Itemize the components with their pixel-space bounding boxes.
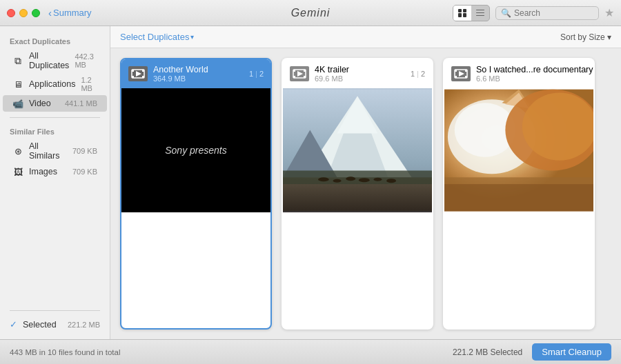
card-info-another-world: Another World 364.9 MB [153,65,244,83]
bottom-bar: 443 MB in 10 files found in total 221.2 … [0,339,621,364]
svg-rect-3 [132,76,134,78]
svg-rect-8 [304,70,306,72]
sidebar-item-video[interactable]: 📹 Video 441.1 MB [3,95,107,112]
duplicate-icon: ⧉ [12,55,23,66]
sidebar: Exact Duplicates ⧉ All Duplicates 442.3 … [0,26,110,339]
svg-rect-9 [293,76,295,78]
svg-point-20 [333,179,342,183]
exact-duplicates-label: Exact Duplicates [0,33,110,48]
svg-marker-30 [459,71,464,77]
grid-icon [458,9,466,17]
card-preview-4k-trailer [283,88,432,212]
cat-svg [444,88,593,212]
card-title-4k-trailer: 4K trailer [315,65,405,74]
sidebar-item-images[interactable]: 🖼 Images 709 KB [3,163,107,180]
app-icon: 🖥 [12,79,23,90]
select-duplicates-label: Select Duplicates [120,32,189,42]
sidebar-all-duplicates-size: 442.3 MB [75,52,97,69]
film-icon-3 [454,68,468,79]
card-info-documentary: So I watched...re documentary 6.6 MB [476,65,593,83]
selected-info: 221.2 MB Selected [453,347,522,357]
sidebar-video-label: Video [29,99,59,108]
card-size-documentary: 6.6 MB [476,74,593,83]
sidebar-images-label: Images [29,167,67,176]
badge-left-another-world: 1 [249,70,253,78]
badge-left-4k-trailer: 1 [411,70,415,78]
sidebar-video-size: 441.1 MB [65,99,97,108]
svg-marker-5 [136,71,141,77]
similar-icon: ⊛ [12,145,23,156]
video-card-another-world[interactable]: Another World 364.9 MB 1 | 2 Sony presen… [120,58,272,330]
selected-label: Selected [23,320,57,330]
sidebar-item-all-similars[interactable]: ⊛ All Similars 709 KB [3,139,107,163]
svg-rect-10 [304,76,306,78]
back-button[interactable]: ‹ Summary [48,7,92,19]
back-label: Summary [53,8,92,18]
titlebar-right: 🔍 ★ [453,5,614,21]
video-icon: 📹 [12,98,23,109]
selected-size: 221.2 MB [68,321,100,329]
badge-right-4k-trailer: 2 [421,70,425,78]
film-icon [131,68,145,79]
preview-text-another-world: Sony presents [165,145,227,156]
app-title-area: Gemini [291,7,331,19]
card-thumb-icon-4k-trailer [290,66,309,81]
check-icon: ✓ [10,319,17,330]
badge-right-another-world: 2 [259,70,264,78]
view-toggle [453,5,490,21]
card-size-4k-trailer: 69.6 MB [315,74,405,83]
sidebar-selected-item: ✓ Selected 221.2 MB [0,316,110,332]
film-icon-2 [293,68,306,79]
card-thumb-icon-documentary [451,66,471,81]
card-preview-documentary [444,88,593,212]
sidebar-all-similars-label: All Similars [29,141,67,161]
cards-area: Another World 364.9 MB 1 | 2 Sony presen… [110,48,621,339]
sidebar-item-applications[interactable]: 🖥 Applications 1.2 MB [3,73,107,95]
sidebar-applications-size: 1.2 MB [81,76,97,92]
titlebar: ‹ Summary Gemini � [0,0,621,26]
svg-point-21 [346,176,355,181]
content-area: Select Duplicates ▾ Sort by Size ▾ [110,26,621,339]
badge-divider-another-world: | [255,70,257,78]
select-duplicates-button[interactable]: Select Duplicates ▾ [120,32,194,42]
card-info-4k-trailer: 4K trailer 69.6 MB [315,65,405,83]
card-badge-another-world: 1 | 2 [249,70,264,78]
svg-point-19 [318,177,329,181]
svg-rect-18 [283,170,432,184]
dropdown-arrow-icon: ▾ [190,33,194,41]
minimize-button[interactable] [19,9,28,17]
svg-rect-1 [132,70,134,72]
maximize-button[interactable] [32,9,40,17]
svg-rect-29 [465,76,467,78]
card-title-documentary: So I watched...re documentary [476,65,593,74]
card-preview-another-world: Sony presents [121,88,270,212]
search-icon: 🔍 [501,8,511,18]
sort-button[interactable]: Sort by Size ▾ [560,32,611,42]
search-input[interactable] [514,8,593,18]
card-header-another-world: Another World 364.9 MB 1 | 2 [121,59,270,88]
grid-view-button[interactable] [453,6,471,21]
bottom-right: 221.2 MB Selected Smart Cleanup [453,343,611,361]
close-button[interactable] [7,9,15,17]
svg-rect-26 [455,70,457,72]
smart-cleanup-button[interactable]: Smart Cleanup [532,343,611,361]
sidebar-images-size: 709 KB [72,168,97,176]
badge-divider-4k-trailer: | [417,70,419,78]
card-thumb-icon-another-world [128,66,148,81]
similar-files-label: Similar Files [0,123,110,139]
sidebar-all-duplicates-label: All Duplicates [29,51,69,70]
video-card-documentary[interactable]: So I watched...re documentary 6.6 MB 1 |… [443,58,595,330]
sidebar-applications-label: Applications [29,79,75,89]
search-bar[interactable]: 🔍 [495,6,599,20]
content-header: Select Duplicates ▾ Sort by Size ▾ [110,26,621,48]
star-button[interactable]: ★ [604,6,614,19]
card-badge-4k-trailer: 1 | 2 [411,70,425,78]
card-header-4k-trailer: 4K trailer 69.6 MB 1 | 2 [283,59,432,88]
traffic-lights [7,9,40,17]
video-card-4k-trailer[interactable]: 4K trailer 69.6 MB 1 | 2 [282,58,433,330]
sidebar-all-similars-size: 709 KB [72,147,97,155]
svg-point-23 [374,178,382,181]
sidebar-item-all-duplicates[interactable]: ⧉ All Duplicates 442.3 MB [3,48,107,73]
list-view-button[interactable] [471,6,489,21]
svg-rect-2 [142,70,144,72]
